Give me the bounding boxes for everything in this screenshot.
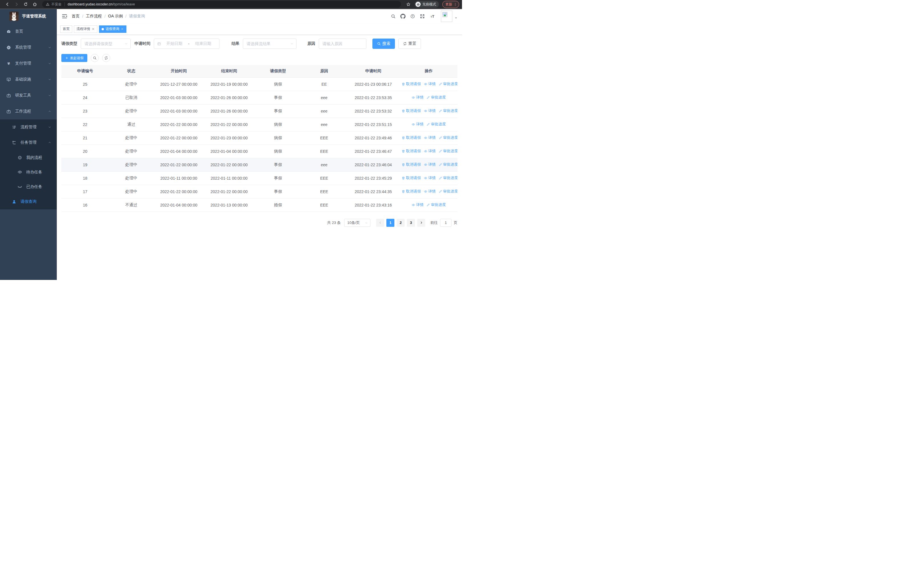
leave-table: 申请编号 状态 开始时间 结束时间 请假类型 原因 申请时间 操作 25处理中2 [62, 65, 458, 212]
eye-icon [424, 149, 428, 153]
cancel-leave-link[interactable]: 取消请假 [402, 175, 421, 180]
search-button[interactable]: 搜索 [372, 39, 395, 49]
sidebar-item-done-tasks[interactable]: 已办任务 [0, 179, 57, 194]
pen-icon [439, 149, 442, 153]
top-navbar: 首页 / 工作流程 / OA 示例 / 请假查询 [57, 9, 462, 23]
breadcrumb-item[interactable]: 首页 [72, 14, 80, 19]
approval-progress-link[interactable]: 审批进度 [439, 175, 458, 180]
next-page-button[interactable] [417, 219, 425, 227]
detail-link[interactable]: 详情 [424, 149, 436, 154]
detail-link[interactable]: 详情 [424, 81, 436, 87]
search-icon[interactable] [391, 14, 396, 19]
detail-link[interactable]: 详情 [424, 175, 436, 180]
leave-type-select[interactable] [81, 39, 131, 49]
home-icon[interactable] [32, 2, 38, 7]
cancel-leave-link[interactable]: 取消请假 [402, 189, 421, 194]
result-input[interactable] [243, 39, 297, 49]
address-bar[interactable]: 不安全 dashboard.yudao.iocoder.cn /bpm/oa/l… [42, 1, 401, 8]
help-icon[interactable] [410, 14, 415, 19]
fullscreen-icon[interactable] [420, 14, 425, 19]
sidebar-item-home[interactable]: 首页 [0, 23, 57, 39]
sidebar-item-workflow[interactable]: 工作流程 [0, 104, 57, 119]
page-unit-label: 页 [454, 220, 458, 226]
close-icon[interactable] [121, 27, 124, 30]
incognito-badge: 无痕模式 [415, 1, 439, 8]
sidebar-item-todo-tasks[interactable]: 待办任务 [0, 165, 57, 179]
sidebar-item-system[interactable]: 系统管理 [0, 39, 57, 56]
back-icon[interactable] [4, 2, 10, 7]
approval-progress-link[interactable]: 审批进度 [439, 162, 458, 167]
cancel-leave-link[interactable]: 取消请假 [402, 135, 421, 140]
trash-icon [402, 109, 405, 113]
search-icon [93, 56, 97, 60]
not-secure-icon [46, 2, 50, 6]
goto-page-input[interactable] [440, 219, 452, 227]
create-leave-button[interactable]: 发起请假 [62, 54, 87, 62]
reset-button[interactable]: 重置 [398, 39, 421, 49]
sidebar-item-payment[interactable]: 支付管理 [0, 56, 57, 71]
trash-icon [402, 82, 405, 86]
page-button-3[interactable]: 3 [407, 219, 415, 227]
detail-link[interactable]: 详情 [411, 95, 423, 100]
result-select[interactable] [243, 39, 297, 49]
refresh-table-button[interactable] [102, 54, 110, 62]
breadcrumb-item[interactable]: OA 示例 [108, 14, 123, 19]
caret-down-icon[interactable] [454, 16, 458, 20]
logo-image [9, 12, 18, 21]
approval-progress-link[interactable]: 审批进度 [439, 189, 458, 194]
toggle-search-button[interactable] [91, 54, 99, 62]
tab-process-detail[interactable]: 流程详情 [74, 26, 97, 33]
update-button[interactable]: 更新 [442, 1, 459, 8]
chevron-down-icon [364, 221, 368, 225]
detail-link[interactable]: 详情 [411, 202, 423, 208]
toolbox-icon [5, 92, 12, 99]
sidebar-item-process-mgmt[interactable]: 流程管理 [0, 119, 57, 135]
approval-progress-link[interactable]: 审批进度 [426, 202, 446, 208]
table-row: 16不通过2022-01-04 00:00:002022-01-13 00:00… [62, 198, 458, 212]
reload-icon[interactable] [23, 2, 28, 7]
breadcrumb-separator: / [105, 14, 106, 18]
page-button-2[interactable]: 2 [397, 219, 405, 227]
tab-leave-query[interactable]: 请假查询 [99, 26, 126, 33]
cancel-leave-link[interactable]: 取消请假 [402, 162, 421, 167]
trash-icon [402, 149, 405, 153]
kebab-menu-icon [453, 3, 457, 6]
tab-home[interactable]: 首页 [60, 26, 72, 33]
close-icon[interactable] [92, 27, 95, 30]
approval-progress-link[interactable]: 审批进度 [439, 108, 458, 113]
cancel-leave-link[interactable]: 取消请假 [402, 81, 421, 87]
detail-link[interactable]: 详情 [424, 135, 436, 140]
prev-page-button[interactable] [376, 219, 384, 227]
avatar[interactable] [441, 11, 452, 22]
apply-time-label: 申请时间 [134, 41, 150, 46]
bookmark-star-icon[interactable] [405, 2, 411, 7]
approval-progress-link[interactable]: 审批进度 [439, 135, 458, 140]
apply-time-range-picker[interactable]: 开始日期 - 结束日期 [154, 39, 219, 49]
sidebar-item-my-process[interactable]: 我的流程 [0, 150, 57, 165]
cancel-leave-link[interactable]: 取消请假 [402, 149, 421, 154]
sidebar-item-infra[interactable]: 基础设施 [0, 71, 57, 87]
approval-progress-link[interactable]: 审批进度 [439, 149, 458, 154]
detail-link[interactable]: 详情 [411, 122, 423, 127]
font-size-icon[interactable] [429, 14, 436, 19]
detail-link[interactable]: 详情 [424, 189, 436, 194]
page-size-select[interactable]: 10条/页 [344, 219, 370, 227]
approval-progress-link[interactable]: 审批进度 [426, 95, 446, 100]
sidebar-collapse-icon[interactable] [62, 13, 68, 20]
leave-type-input[interactable] [81, 39, 131, 49]
detail-link[interactable]: 详情 [424, 108, 436, 113]
approval-progress-link[interactable]: 审批进度 [439, 81, 458, 87]
cancel-leave-link[interactable]: 取消请假 [402, 108, 421, 113]
sidebar-menu: 首页 系统管理 支付管理 基础设施 [0, 23, 57, 209]
reason-input[interactable] [319, 39, 366, 49]
github-icon[interactable] [400, 14, 405, 19]
sidebar-item-devtools[interactable]: 研发工具 [0, 87, 57, 104]
detail-link[interactable]: 详情 [424, 162, 436, 167]
breadcrumb-item[interactable]: 工作流程 [86, 14, 102, 19]
page-button-1[interactable]: 1 [386, 219, 394, 227]
forward-icon[interactable] [14, 2, 20, 7]
sidebar-item-task-mgmt[interactable]: 任务管理 [0, 135, 57, 150]
approval-progress-link[interactable]: 审批进度 [426, 122, 446, 127]
sidebar-item-leave-query[interactable]: 请假查询 [0, 194, 57, 209]
col-reason: 原因 [302, 65, 346, 77]
